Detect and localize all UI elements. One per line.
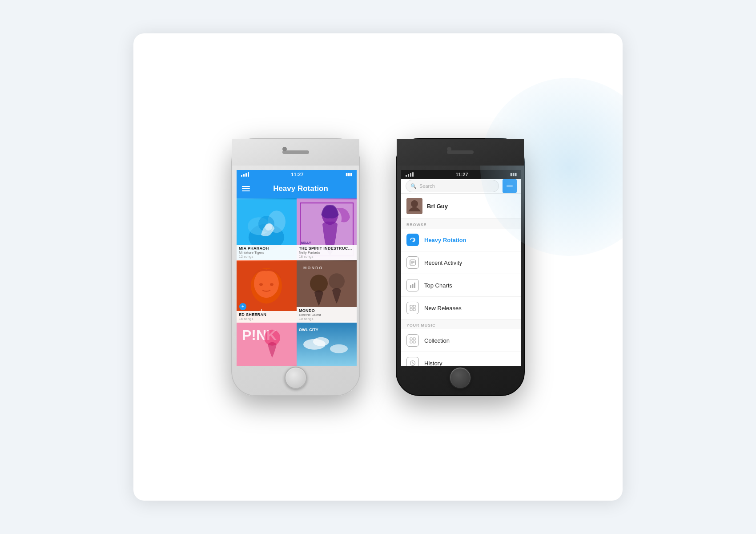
album-info-nelly: The Spirit Indestructible Nelly Furtado … — [297, 245, 357, 260]
speaker-black — [447, 150, 474, 154]
search-field[interactable]: 🔍 Search — [406, 180, 499, 192]
signal-bar-3 — [245, 173, 247, 177]
svg-rect-38 — [412, 284, 414, 288]
speaker-white — [282, 150, 309, 154]
status-bar-white: 11:27 ▮▮▮ — [237, 170, 357, 179]
scene: 11:27 ▮▮▮ Heavy Rotation — [133, 33, 623, 501]
svg-text:OWL CITY: OWL CITY — [299, 327, 318, 332]
svg-point-32 — [411, 200, 418, 207]
search-placeholder: Search — [419, 183, 435, 189]
battery-icon-white: ▮▮▮ — [346, 172, 352, 177]
white-content: 11:27 ▮▮▮ Heavy Rotation — [237, 170, 357, 366]
svg-rect-44 — [410, 338, 412, 340]
album-cell-nelly[interactable]: NELLY FURTADO The Spirit Indestructible … — [297, 198, 357, 260]
section-browse: BROWSE — [401, 219, 521, 229]
phone-top-bar-black — [397, 139, 524, 166]
signal-bar-b4 — [412, 172, 414, 177]
album-info-mia: MIA PHARAOH Miniature Tigers 12 songs — [237, 245, 297, 260]
svg-point-5 — [265, 223, 272, 231]
album-name-mia: MIA PHARAOH — [239, 246, 294, 251]
camera-black — [447, 147, 451, 151]
svg-point-29 — [330, 344, 348, 353]
album-cell-ed[interactable]: + + Ed Sheeran 16 songs — [237, 260, 297, 322]
hamburger-line-2 — [242, 188, 250, 189]
new-releases-icon — [406, 302, 419, 314]
search-bar: 🔍 Search — [401, 179, 521, 194]
album-row-1: MIA PHARAOH Miniature Tigers 12 songs — [237, 198, 357, 260]
section-your-music: YOUR MUSIC — [401, 320, 521, 329]
menu-item-heavy-rotation[interactable]: Heavy Rotation — [401, 229, 521, 251]
svg-rect-45 — [413, 338, 415, 340]
new-releases-label: New Releases — [424, 305, 462, 312]
signal-bar-b1 — [406, 175, 407, 177]
menu-item-history[interactable]: History — [401, 352, 521, 366]
menu-item-collection[interactable]: Collection — [401, 329, 521, 352]
phone-top-bar-white — [232, 139, 359, 166]
phone-white: 11:27 ▮▮▮ Heavy Rotation — [231, 138, 360, 396]
recent-activity-icon — [406, 256, 419, 269]
svg-point-16 — [270, 283, 273, 286]
album-info-ed: + Ed Sheeran 16 songs — [237, 311, 297, 323]
svg-point-20 — [329, 273, 345, 289]
album-row-3: P!NK — [237, 323, 357, 366]
hamburger-button-white[interactable] — [242, 186, 250, 191]
history-icon — [406, 357, 419, 366]
svg-rect-37 — [410, 285, 411, 288]
svg-text:NELLY: NELLY — [301, 241, 311, 244]
add-icon-ed: + — [239, 303, 246, 310]
camera-white — [282, 147, 287, 151]
svg-text:MONDO: MONDO — [303, 266, 323, 270]
album-artist-mia: Miniature Tigers — [239, 251, 294, 255]
collection-icon — [406, 334, 419, 347]
svg-rect-42 — [410, 308, 412, 311]
album-bg-owlcity: OWL CITY — [297, 323, 357, 366]
svg-point-15 — [259, 283, 263, 286]
home-button-black[interactable] — [449, 367, 471, 389]
album-songs-mondo: 10 songs — [299, 317, 354, 321]
menu-item-new-releases[interactable]: New Releases — [401, 297, 521, 320]
album-songs-mia: 12 songs — [239, 255, 294, 259]
home-button-white[interactable] — [285, 367, 307, 389]
album-grid: MIA PHARAOH Miniature Tigers 12 songs — [237, 198, 357, 366]
heavy-rotation-icon — [406, 234, 419, 246]
menu-item-recent-activity[interactable]: Recent Activity — [401, 251, 521, 274]
signal-bar-1 — [241, 175, 242, 177]
svg-rect-40 — [410, 305, 412, 307]
album-cell-owlcity[interactable]: OWL CITY — [297, 323, 357, 366]
album-songs-ed: 16 songs — [239, 317, 294, 321]
svg-rect-43 — [413, 308, 415, 311]
album-cell-mondo[interactable]: MONDO Mondo Electric Guest 10 songs — [297, 260, 357, 322]
status-time-white: 11:27 — [291, 172, 303, 177]
menu-hamburger-button[interactable] — [503, 179, 517, 193]
svg-rect-39 — [414, 283, 415, 288]
svg-rect-41 — [413, 305, 415, 307]
svg-rect-46 — [410, 341, 412, 343]
menu-item-top-charts[interactable]: Top Charts — [401, 274, 521, 297]
menu-hamburger-line-2 — [507, 186, 513, 186]
signal-bar-b2 — [408, 174, 409, 177]
album-name-mondo: Mondo — [299, 308, 354, 313]
nav-title-white: Heavy Rotation — [250, 184, 351, 193]
album-row-2: + + Ed Sheeran 16 songs — [237, 260, 357, 322]
status-time-black: 11:27 — [455, 172, 468, 177]
album-name-ed: Ed Sheeran — [239, 312, 294, 317]
phone-black: 11:27 ▮▮▮ 🔍 Search — [396, 138, 525, 396]
user-row[interactable]: Bri Guy — [401, 194, 521, 219]
battery-icon-black: ▮▮▮ — [510, 172, 517, 177]
album-songs-nelly: 18 songs — [299, 255, 354, 259]
svg-point-28 — [313, 337, 329, 346]
status-icons-white: ▮▮▮ — [346, 172, 352, 177]
top-charts-label: Top Charts — [424, 282, 452, 289]
album-artist-mondo: Electric Guest — [299, 313, 354, 317]
album-cell-pink[interactable]: P!NK — [237, 323, 297, 366]
recent-activity-label: Recent Activity — [424, 259, 462, 266]
menu-screen: 11:27 ▮▮▮ 🔍 Search — [401, 170, 521, 366]
history-label: History — [424, 360, 442, 366]
album-info-mondo: Mondo Electric Guest 10 songs — [297, 307, 357, 323]
hamburger-line-1 — [242, 186, 250, 187]
nav-bar-white-phone: Heavy Rotation — [237, 179, 357, 198]
user-name: Bri Guy — [427, 203, 448, 210]
collection-label: Collection — [424, 337, 450, 344]
album-cell-mia[interactable]: MIA PHARAOH Miniature Tigers 12 songs — [237, 198, 297, 260]
screen-white: 11:27 ▮▮▮ Heavy Rotation — [237, 170, 357, 366]
